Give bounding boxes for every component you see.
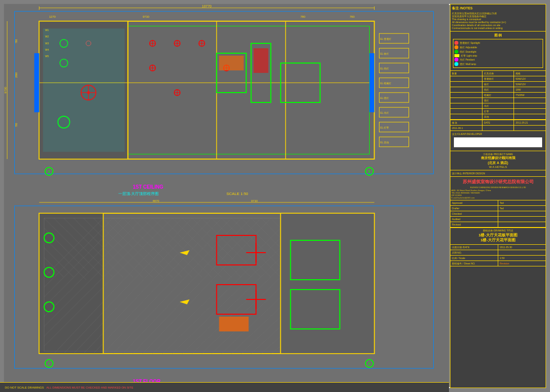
- checked-label: Checked: [450, 211, 498, 216]
- approved-label: Approved: [450, 200, 498, 205]
- svg-text:一层顶-大厅顶部程序图: 一层顶-大厅顶部程序图: [118, 192, 159, 196]
- main-container: 10770 9730: [0, 0, 550, 392]
- date-val: 2011.05.21: [514, 120, 546, 125]
- svg-rect-133: [281, 213, 375, 354]
- drawing-area: 10770 9730: [4, 4, 449, 388]
- audited-value: [498, 217, 546, 222]
- notes-label: 备注 /NOTES: [452, 6, 544, 11]
- floor-plan-svg: 10770 9730: [4, 4, 449, 388]
- svg-text:9730: 9730: [251, 199, 258, 202]
- table-row-8: 其他: [450, 114, 546, 120]
- bottom-bar: DO NOT SCALE DRAWINGS ALL DIMENSIONS MUS…: [0, 382, 449, 392]
- legend-color-5: [454, 58, 458, 62]
- project-name-section: 工程名称 PROJECT NAME 南京恺滕设计顾问有限(北京 A 酒店) W …: [450, 151, 546, 170]
- checked-value: [498, 211, 546, 216]
- legend-row-1: 普通射灯 Spotlight: [454, 41, 542, 45]
- output-date-value: 2011.05.30: [498, 245, 546, 250]
- date-row: 2011.06.1: [450, 126, 546, 131]
- svg-text:9730: 9730: [143, 15, 150, 18]
- svg-text:SCALE 1:50: SCALE 1:50: [227, 192, 249, 196]
- svg-text:780: 780: [301, 15, 306, 18]
- warning-text: ALL DIMENSIONS MUST BE CHECKED AND MARKE…: [46, 386, 133, 389]
- designer-section: 设计单位 /INTERIOR DESIGN: [450, 170, 546, 177]
- company-name-english: SUZHOU CHENGZHU DESIGN RESEARCH DESIGN C…: [451, 186, 545, 189]
- svg-rect-138: [219, 317, 249, 331]
- legend-text-2: 射灯 Adjustable: [460, 46, 477, 49]
- legend-text-1: 普通射灯 Spotlight: [460, 41, 480, 44]
- revised-label: Revised: [450, 222, 498, 227]
- spec-1: 50W/12V: [514, 76, 546, 81]
- svg-text:4870: 4870: [153, 199, 160, 202]
- job-no-value: [498, 250, 546, 255]
- project-name: 南京恺滕设计顾问有限(北京 A 酒店): [452, 156, 544, 165]
- svg-text:EL:暗藏灯: EL:暗藏灯: [380, 82, 392, 85]
- svg-text:EL:射灯: EL:射灯: [380, 52, 389, 55]
- svg-text:1ST CEILING: 1ST CEILING: [133, 184, 164, 190]
- legend-row-5: 吊灯 Pendant: [454, 58, 542, 62]
- rev-col1: 修 改: [450, 120, 482, 125]
- item-8: 其他: [482, 114, 515, 119]
- svg-text:EL:普通灯: EL:普通灯: [380, 37, 392, 40]
- svg-text:W5: W5: [45, 55, 49, 58]
- qty-label: 数量: [450, 71, 482, 76]
- svg-text:A: A: [48, 170, 50, 173]
- company-section: 苏州盛筑室饰设计研究总院有限公司 SUZHOU CHENGZHU DESIGN …: [450, 177, 546, 200]
- revision-table: Approved Ted Drafter Ted Checked Audited…: [450, 200, 546, 228]
- table-row-7: 灯带: [450, 109, 546, 114]
- svg-rect-45: [370, 53, 375, 112]
- sheet-no-row: 图纸编号 / Sheet NO. Revision: [450, 261, 546, 266]
- spec-6: [514, 103, 546, 108]
- designer-label: 设计单位 /INTERIOR DESIGN: [452, 172, 544, 175]
- svg-text:C: C: [48, 362, 50, 365]
- job-no-label: JOB NO.: [450, 250, 498, 255]
- svg-text:EL:灯带: EL:灯带: [380, 126, 389, 129]
- legend-section: 图 例 普通射灯 Spotlight 射灯 Adjustable 筒灯 Down…: [450, 32, 546, 71]
- svg-text:760: 760: [350, 15, 355, 18]
- company-email: E-mail:kw.kd.kd@163.com: [451, 196, 545, 199]
- svg-text:2890: 2890: [15, 72, 18, 78]
- svg-text:EL:筒灯: EL:筒灯: [380, 67, 389, 70]
- scale-label: 比例 / Scale: [450, 256, 498, 261]
- qty-1: [450, 76, 482, 81]
- legend-box: 普通射灯 Spotlight 射灯 Adjustable 筒灯 Downligh…: [453, 39, 543, 68]
- qty-5: [450, 98, 482, 103]
- table-row-2: 射灯 50W/12V: [450, 82, 546, 87]
- svg-text:D: D: [368, 362, 371, 365]
- legend-row-6: 壁灯 Wall lamp: [454, 62, 542, 66]
- drafter-value: Ted: [498, 206, 546, 211]
- svg-text:EL:吊灯: EL:吊灯: [380, 111, 389, 114]
- svg-text:W3: W3: [45, 42, 49, 45]
- table-row-3: 筒灯 18W: [450, 87, 546, 93]
- spec-4: T5/28W: [514, 93, 546, 98]
- qty-6: [450, 103, 482, 108]
- client-label: 业主/CLIENT/DEVELOPER: [452, 132, 544, 135]
- svg-rect-47: [43, 29, 125, 152]
- notes-content: 灯具安装位置由现场决定,以实际确认为准 安装高度依甲方及现场条件确定 This …: [452, 12, 544, 30]
- table-row-6: 吊灯: [450, 103, 546, 109]
- job-no-row: JOB NO.: [450, 250, 546, 256]
- legend-label: 图 例: [452, 33, 544, 38]
- legend-row-4: 灯带 Light strip: [454, 54, 542, 57]
- item-5: 壁灯: [482, 98, 515, 103]
- svg-rect-46: [34, 53, 39, 112]
- svg-text:9730: 9730: [4, 87, 7, 94]
- spec-2: 50W/12V: [514, 82, 546, 87]
- drawing-title-section: 图纸名称 /DRAWING TITLE 1楼-大厅天花板平面图1楼-大厅天花平面…: [450, 228, 546, 245]
- svg-text:780: 780: [15, 123, 18, 127]
- qty-2: [450, 82, 482, 87]
- do-not-scale-text: DO NOT SCALE DRAWINGS: [5, 386, 44, 389]
- svg-text:780: 780: [15, 39, 18, 43]
- legend-row-2: 射灯 Adjustable: [454, 45, 542, 49]
- approved-row: Approved Ted: [450, 200, 546, 206]
- legend-text-6: 壁灯 Wall lamp: [460, 63, 476, 65]
- approved-value: Ted: [498, 200, 546, 205]
- legend-color-4: [454, 54, 459, 57]
- audited-row: Audited: [450, 217, 546, 222]
- date-alt3: [514, 126, 546, 131]
- item-2: 射灯: [482, 82, 515, 87]
- sheet-no-value: Revision: [498, 261, 546, 266]
- svg-rect-44: [254, 48, 269, 73]
- item-7: 灯带: [482, 109, 515, 114]
- output-date-label: 出图日期 /DATE: [450, 245, 498, 250]
- legend-text-4: 灯带 Light strip: [461, 54, 477, 57]
